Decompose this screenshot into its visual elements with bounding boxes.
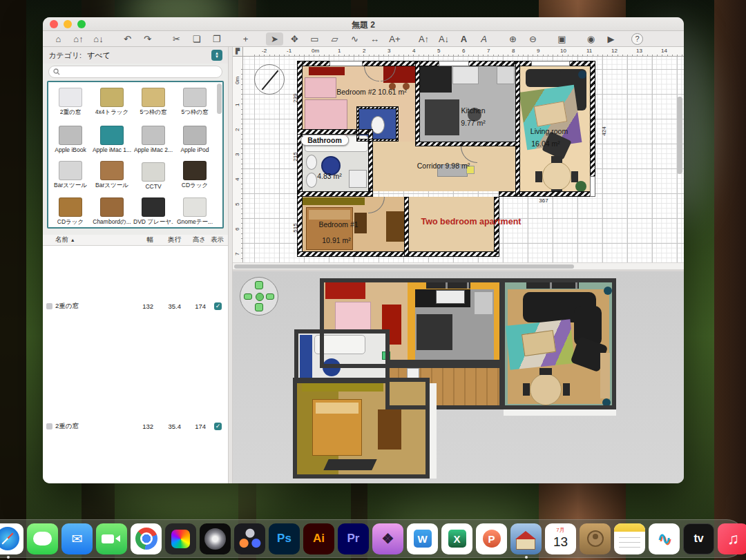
toolbar-redo-button[interactable]: ↷ bbox=[139, 32, 156, 46]
toolbar-pan-button[interactable]: ✥ bbox=[286, 32, 303, 46]
dock-freeform[interactable]: ∿ bbox=[649, 523, 680, 554]
toolbar-create-video-button[interactable]: ▶ bbox=[602, 32, 620, 46]
category-select[interactable]: すべて bbox=[87, 50, 206, 61]
plan-label[interactable]: Living room bbox=[530, 127, 568, 135]
nav-center[interactable] bbox=[256, 293, 264, 301]
toolbar-italic-button[interactable]: A bbox=[475, 32, 492, 46]
toolbar-bold-button[interactable]: A bbox=[455, 32, 472, 46]
3d-navigation-control[interactable] bbox=[240, 277, 278, 316]
visible-checkbox[interactable]: ✓ bbox=[214, 423, 222, 430]
toolbar-undo-button[interactable]: ↶ bbox=[119, 32, 136, 46]
category-stepper[interactable]: ▲▼ bbox=[211, 50, 222, 61]
catalog-item[interactable]: Gnomeテー... bbox=[174, 195, 216, 226]
dock-affinity-photo[interactable]: ❖ bbox=[372, 523, 403, 554]
catalog-item[interactable]: 2重の窓 bbox=[50, 85, 91, 117]
search-field[interactable] bbox=[48, 66, 222, 78]
toolbar-create-dimensions-button[interactable]: ↔ bbox=[366, 32, 383, 46]
scrollbar-thumb[interactable] bbox=[677, 97, 682, 174]
dock-sweet-home-3d[interactable] bbox=[510, 523, 542, 554]
dock-music[interactable]: ♫ bbox=[718, 523, 746, 554]
dock-final-cut-pro[interactable] bbox=[165, 523, 196, 554]
plan-label[interactable]: Bathroom bbox=[300, 135, 349, 146]
plan-label[interactable]: 9.77 m² bbox=[461, 119, 486, 127]
dock-safari[interactable] bbox=[0, 523, 23, 554]
table-row[interactable]: 2重の窓 132 35.4 174 ✓ bbox=[43, 366, 134, 483]
toolbar-zoom-out-button[interactable]: ⊖ bbox=[524, 32, 542, 46]
nav-up-arrow[interactable] bbox=[255, 281, 263, 289]
dock-contacts[interactable] bbox=[580, 523, 611, 554]
toolbar-add-texts-button[interactable]: A+ bbox=[386, 32, 403, 46]
dock-davinci-resolve[interactable] bbox=[234, 523, 265, 554]
toolbar-virtual-visit-button[interactable]: ▣ bbox=[553, 32, 571, 46]
visible-checkbox[interactable]: ✓ bbox=[214, 302, 222, 310]
toolbar-increase-text-size-button[interactable]: A↑ bbox=[415, 32, 432, 46]
nav-down-arrow[interactable] bbox=[255, 303, 263, 311]
scrollbar-thumb[interactable] bbox=[234, 264, 574, 269]
toolbar-help-button[interactable]: ? bbox=[631, 33, 643, 45]
toolbar-cut-button[interactable]: ✂ bbox=[168, 32, 185, 46]
panel-splitter[interactable] bbox=[228, 47, 233, 483]
catalog-item[interactable]: Apple iPod bbox=[174, 122, 216, 153]
toolbar-copy-button[interactable]: ❏ bbox=[188, 32, 205, 46]
plan-label[interactable]: Bedroom #1 bbox=[318, 220, 358, 229]
name-column-header[interactable]: 名前 ▲ bbox=[55, 235, 133, 244]
dock-messages[interactable] bbox=[27, 523, 58, 554]
dock-mail[interactable]: ✉ bbox=[61, 523, 93, 554]
plan-horizontal-scrollbar[interactable] bbox=[233, 262, 684, 269]
plan-label[interactable]: 10.91 m² bbox=[322, 236, 350, 244]
nav-right-arrow[interactable] bbox=[266, 293, 274, 300]
catalog-item[interactable]: Chambordの... bbox=[91, 195, 133, 226]
plan-label[interactable]: Two bedroom apartment bbox=[421, 217, 522, 226]
catalog-item[interactable]: Apple iMac 2... bbox=[133, 122, 174, 153]
dock-calendar[interactable]: 7月 13 bbox=[545, 523, 576, 554]
title-bar[interactable]: 無題 2 bbox=[43, 17, 684, 31]
catalog-item[interactable]: CDラック bbox=[50, 195, 91, 226]
toolbar-zoom-in-button[interactable]: ⊕ bbox=[504, 32, 522, 46]
toolbar-paste-button[interactable]: ❐ bbox=[208, 32, 225, 46]
catalog-item[interactable]: CDラック bbox=[174, 158, 216, 190]
nav-left-arrow[interactable] bbox=[244, 293, 252, 300]
plan-label[interactable]: Kitchen bbox=[461, 106, 485, 115]
toolbar-create-polylines-button[interactable]: ∿ bbox=[346, 32, 363, 46]
catalog-item[interactable]: 4x4トラック bbox=[91, 85, 133, 117]
plan-vertical-scrollbar[interactable] bbox=[677, 97, 682, 228]
toolbar-select-button[interactable]: ➤ bbox=[266, 32, 283, 46]
plan-label[interactable]: 16.04 m² bbox=[531, 139, 560, 148]
catalog-item[interactable]: 5つ枠の窓 bbox=[174, 85, 216, 117]
dimension-label[interactable]: 239 bbox=[292, 93, 298, 102]
dock-notes[interactable] bbox=[614, 523, 645, 554]
catalog-item[interactable]: Barスツール bbox=[50, 158, 91, 190]
depth-column-header[interactable]: 奥行 bbox=[156, 235, 184, 244]
height-column-header[interactable]: 高さ bbox=[184, 235, 209, 244]
dock-apple-tv[interactable]: tv bbox=[683, 523, 714, 554]
catalog-item[interactable]: 5つ枠の窓 bbox=[133, 85, 174, 117]
toolbar-create-walls-button[interactable]: ▭ bbox=[306, 32, 323, 46]
toolbar-new-home-button[interactable]: ⌂ bbox=[50, 32, 67, 46]
dimension-label[interactable]: 367 bbox=[539, 197, 548, 204]
visible-column-header[interactable]: 表示 bbox=[209, 235, 228, 244]
dock-powerpoint[interactable]: P bbox=[476, 523, 507, 554]
toolbar-save-button[interactable]: ⌂↓ bbox=[90, 32, 107, 46]
dimension-label[interactable]: 515 bbox=[292, 223, 298, 232]
toolbar-create-photo-button[interactable]: ◉ bbox=[582, 32, 600, 46]
catalog-item[interactable]: Apple iBook bbox=[50, 122, 91, 153]
catalog-item[interactable]: DVD プレーヤ... bbox=[133, 195, 174, 226]
dimension-label[interactable]: 215 bbox=[292, 152, 298, 161]
dock-chrome[interactable] bbox=[131, 523, 162, 554]
plan-label[interactable]: Corridor 9.98 m² bbox=[417, 162, 470, 170]
toolbar-create-rooms-button[interactable]: ▱ bbox=[326, 32, 343, 46]
plan-label[interactable]: Bedroom #2 10.61 m² bbox=[336, 88, 407, 96]
toolbar-decrease-text-size-button[interactable]: A↓ bbox=[435, 32, 452, 46]
dock-photoshop[interactable]: Ps bbox=[269, 523, 300, 554]
width-column-header[interactable]: 幅 bbox=[133, 235, 156, 244]
dimension-label[interactable]: 424 bbox=[601, 126, 607, 135]
dock-illustrator[interactable]: Ai bbox=[303, 523, 334, 554]
view-3d[interactable] bbox=[233, 271, 684, 483]
dock-compressor[interactable] bbox=[200, 523, 231, 554]
catalog-item[interactable]: Barスツール bbox=[91, 158, 133, 190]
table-row[interactable]: 2重の窓 132 35.4 174 ✓ bbox=[43, 246, 134, 366]
dock-word[interactable]: W bbox=[407, 523, 438, 554]
dock-facetime[interactable] bbox=[96, 523, 127, 554]
search-input[interactable] bbox=[63, 68, 222, 76]
catalog-item[interactable]: Apple iMac 1... bbox=[91, 122, 133, 153]
